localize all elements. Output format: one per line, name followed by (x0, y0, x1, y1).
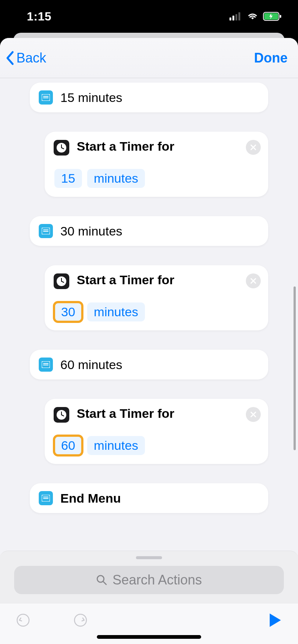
search-icon (96, 574, 107, 586)
remove-action-button[interactable] (246, 273, 261, 288)
menu-option-label: 15 minutes (60, 90, 122, 105)
device-frame: 1:15 Back Done (0, 0, 298, 644)
svg-rect-0 (229, 17, 231, 20)
wifi-icon (247, 12, 259, 21)
undo-button[interactable] (15, 612, 31, 628)
chevron-left-icon (5, 51, 15, 65)
svg-rect-3 (238, 12, 240, 20)
timer-duration-unit[interactable]: minutes (87, 436, 145, 455)
start-timer-action-60[interactable]: Start a Timer for 60 minutes (45, 399, 268, 464)
run-shortcut-button[interactable] (267, 612, 283, 628)
clock-icon (54, 407, 69, 423)
timer-duration-unit[interactable]: minutes (87, 169, 145, 188)
timer-duration-value[interactable]: 15 (54, 169, 82, 188)
nav-header: Back Done (0, 38, 298, 78)
remove-action-button[interactable] (246, 407, 261, 422)
remove-action-button[interactable] (246, 140, 261, 155)
menu-icon (39, 491, 53, 505)
menu-option-30[interactable]: 30 minutes (30, 216, 268, 246)
status-bar: 1:15 (0, 0, 298, 33)
action-title: Start a Timer for (77, 406, 174, 421)
menu-option-15[interactable]: 15 minutes (30, 83, 268, 112)
timer-duration-unit[interactable]: minutes (87, 302, 145, 321)
home-indicator[interactable] (97, 635, 201, 639)
clock-icon (54, 273, 69, 289)
back-button[interactable]: Back (5, 50, 46, 66)
redo-icon (73, 613, 88, 628)
battery-charging-icon (263, 12, 282, 21)
scroll-indicator (294, 286, 296, 450)
undo-icon (16, 613, 31, 628)
shortcut-content[interactable]: 15 minutes Start a Timer for 15 minutes (0, 78, 298, 551)
action-params: 30 minutes (54, 302, 259, 321)
menu-icon (39, 358, 53, 372)
close-icon (250, 411, 257, 418)
close-icon (250, 278, 257, 284)
search-placeholder: Search Actions (112, 572, 202, 588)
search-panel[interactable]: Search Actions (0, 551, 298, 603)
timer-duration-value[interactable]: 60 (54, 436, 82, 455)
start-timer-action-30[interactable]: Start a Timer for 30 minutes (45, 265, 268, 330)
svg-line-29 (103, 581, 106, 584)
action-params: 60 minutes (54, 436, 259, 455)
menu-option-label: 60 minutes (60, 358, 122, 372)
menu-icon (39, 90, 53, 105)
status-time: 1:15 (27, 10, 51, 23)
svg-rect-2 (235, 14, 237, 20)
status-indicators (229, 12, 282, 21)
modal-sheet: Back Done 15 minutes Start a Timer for (0, 38, 298, 644)
action-params: 15 minutes (54, 169, 259, 188)
action-title: Start a Timer for (77, 273, 174, 287)
play-icon (268, 613, 282, 628)
menu-option-label: 30 minutes (60, 224, 122, 238)
search-actions-input[interactable]: Search Actions (14, 566, 284, 594)
svg-rect-1 (232, 16, 234, 20)
action-title: Start a Timer for (77, 139, 174, 154)
done-button[interactable]: Done (254, 50, 288, 66)
timer-duration-value[interactable]: 30 (54, 302, 82, 321)
cellular-icon (229, 12, 242, 20)
close-icon (250, 144, 257, 151)
end-menu-label: End Menu (60, 491, 121, 506)
drag-grabber[interactable] (136, 556, 162, 559)
menu-icon (39, 224, 53, 238)
end-menu-block[interactable]: End Menu (30, 483, 268, 513)
undo-redo-group (15, 612, 89, 628)
redo-button[interactable] (72, 612, 89, 628)
clock-icon (54, 140, 69, 156)
svg-rect-6 (280, 15, 281, 18)
menu-option-60[interactable]: 60 minutes (30, 350, 268, 379)
start-timer-action-15[interactable]: Start a Timer for 15 minutes (45, 132, 268, 197)
back-label: Back (16, 50, 46, 66)
